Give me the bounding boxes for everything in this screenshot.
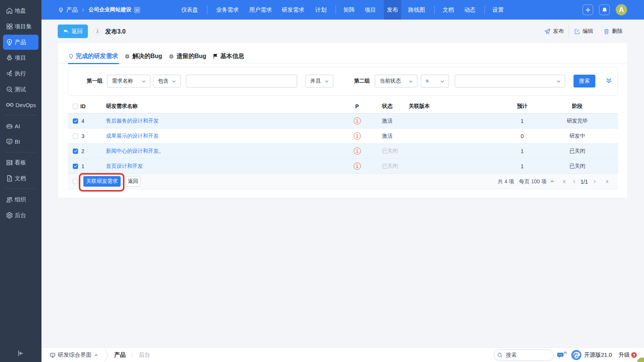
svg-text:AI: AI	[564, 351, 567, 354]
